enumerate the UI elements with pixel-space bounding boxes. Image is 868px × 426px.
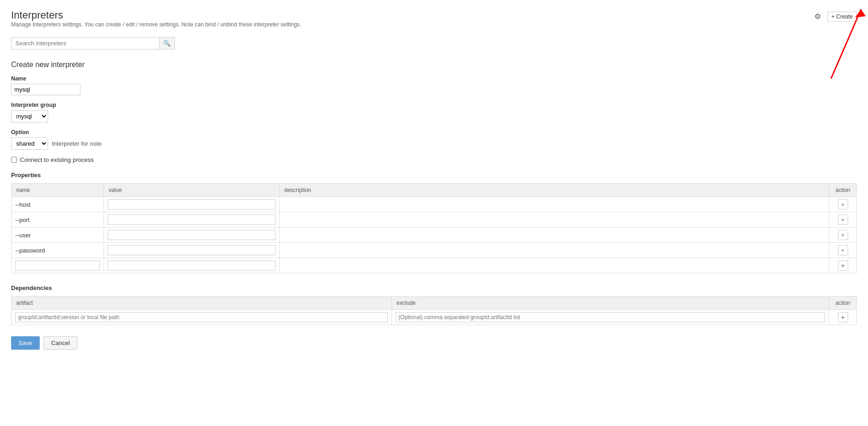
option-field-group: Option shared Interpreter for note xyxy=(11,129,857,150)
remove-row-button[interactable]: × xyxy=(838,215,848,225)
table-row: --user × xyxy=(12,228,857,243)
page-header: Interpreters Manage interpreters setting… xyxy=(11,9,857,34)
properties-table: name value description action --host × -… xyxy=(11,183,857,273)
dep-artifact-input[interactable] xyxy=(15,312,388,322)
prop-desc-cell xyxy=(280,243,829,258)
remove-row-button[interactable]: × xyxy=(838,230,848,240)
add-dep-button[interactable]: + xyxy=(838,312,848,322)
cancel-button[interactable]: Cancel xyxy=(43,336,78,350)
deps-col-exclude: exclude xyxy=(392,296,829,310)
dependencies-table: artifact exclude action + xyxy=(11,296,857,325)
group-field-group: Interpreter group mysql xyxy=(11,102,857,123)
prop-name-cell: --password xyxy=(12,243,104,258)
props-col-description: description xyxy=(280,184,829,197)
header-actions: ⚙ + Create xyxy=(813,9,857,22)
prop-value-input[interactable] xyxy=(108,215,275,225)
form-actions: Save Cancel xyxy=(11,336,857,350)
gear-button[interactable]: ⚙ xyxy=(813,11,823,22)
connect-checkbox-row: Connect to existing process xyxy=(11,156,857,163)
group-select[interactable]: mysql xyxy=(11,110,48,123)
form-section-title: Create new interpreter xyxy=(11,61,857,69)
prop-desc-new-cell xyxy=(280,258,829,273)
props-col-name: name xyxy=(12,184,104,197)
props-col-action: action xyxy=(829,184,857,197)
new-prop-name-input[interactable] xyxy=(15,260,100,271)
prop-desc-cell xyxy=(280,228,829,243)
prop-name-cell: --host xyxy=(12,197,104,212)
new-prop-value-input[interactable] xyxy=(108,260,275,271)
table-row: --host × xyxy=(12,197,857,212)
prop-action-cell: × xyxy=(829,228,857,243)
dep-exclude-input[interactable] xyxy=(396,312,825,322)
search-button[interactable]: 🔍 xyxy=(159,37,175,49)
prop-action-new-cell: + xyxy=(829,258,857,273)
remove-row-button[interactable]: × xyxy=(838,199,848,210)
prop-desc-cell xyxy=(280,197,829,212)
table-row: + xyxy=(12,310,857,325)
properties-title: Properties xyxy=(11,172,857,179)
connect-checkbox[interactable] xyxy=(11,157,17,163)
prop-value-input[interactable] xyxy=(108,245,275,255)
option-row: shared Interpreter for note xyxy=(11,137,857,150)
name-field-group: Name xyxy=(11,75,857,95)
prop-value-cell xyxy=(104,212,280,228)
prop-action-cell: × xyxy=(829,243,857,258)
dep-artifact-cell xyxy=(12,310,392,325)
option-select[interactable]: shared xyxy=(11,137,48,150)
group-label: Interpreter group xyxy=(11,102,857,108)
prop-action-cell: × xyxy=(829,212,857,228)
create-button[interactable]: + Create xyxy=(827,12,857,22)
page-title: Interpreters xyxy=(11,9,301,21)
prop-name-cell: --port xyxy=(12,212,104,228)
name-input[interactable] xyxy=(11,84,80,95)
table-row: --password × xyxy=(12,243,857,258)
prop-value-new-cell xyxy=(104,258,280,273)
add-row-button[interactable]: + xyxy=(838,260,848,271)
dependencies-title: Dependencies xyxy=(11,284,857,291)
prop-desc-cell xyxy=(280,212,829,228)
option-label: Option xyxy=(11,129,857,136)
props-col-value: value xyxy=(104,184,280,197)
dep-exclude-cell xyxy=(392,310,829,325)
search-bar: 🔍 xyxy=(11,37,857,49)
save-button[interactable]: Save xyxy=(11,336,40,350)
prop-name-new-cell xyxy=(12,258,104,273)
table-row-new: + xyxy=(12,258,857,273)
prop-name-cell: --user xyxy=(12,228,104,243)
remove-row-button[interactable]: × xyxy=(838,245,848,255)
connect-label: Connect to existing process xyxy=(20,156,94,163)
deps-col-action: action xyxy=(829,296,857,310)
title-area: Interpreters Manage interpreters setting… xyxy=(11,9,301,34)
prop-value-cell xyxy=(104,243,280,258)
subtitle: Manage interpreters settings. You can cr… xyxy=(11,21,301,28)
search-input[interactable] xyxy=(11,37,159,49)
dep-action-cell: + xyxy=(829,310,857,325)
prop-value-cell xyxy=(104,228,280,243)
option-note: Interpreter for note xyxy=(52,140,102,147)
name-label: Name xyxy=(11,75,857,82)
deps-header-row: artifact exclude action xyxy=(12,296,857,310)
prop-action-cell: × xyxy=(829,197,857,212)
table-row: --port × xyxy=(12,212,857,228)
properties-header-row: name value description action xyxy=(12,184,857,197)
deps-col-artifact: artifact xyxy=(12,296,392,310)
prop-value-input[interactable] xyxy=(108,230,275,240)
prop-value-input[interactable] xyxy=(108,199,275,210)
prop-value-cell xyxy=(104,197,280,212)
